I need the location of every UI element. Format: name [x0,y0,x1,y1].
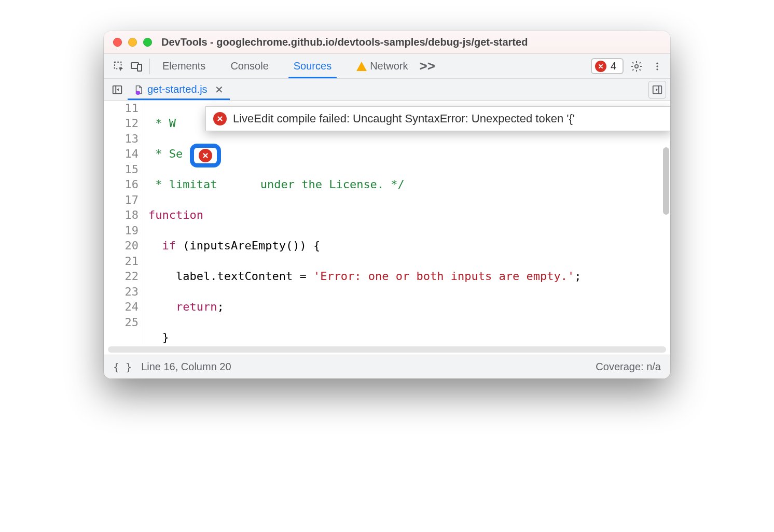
code-text: } [148,331,169,344]
svg-point-6 [656,68,658,70]
warning-icon [356,62,367,71]
line-number[interactable]: 14 [104,146,139,161]
line-number[interactable]: 15 [104,162,139,177]
svg-point-5 [656,65,658,67]
tab-network[interactable]: Network [351,54,413,78]
tab-console[interactable]: Console [225,54,273,78]
error-tooltip: LiveEdit compile failed: Uncaught Syntax… [205,106,670,131]
show-navigator-icon[interactable] [110,82,125,97]
tab-label: Elements [162,60,205,72]
toolbar-right: 4 [591,58,665,74]
minimize-window-button[interactable] [128,38,137,47]
code-text: * Se [148,147,183,160]
line-number[interactable]: 17 [104,192,139,207]
line-number[interactable]: 16 [104,177,139,192]
file-tab-get-started-js[interactable]: get-started.js ✕ [128,79,230,100]
line-number[interactable]: 24 [104,299,139,314]
code-text: label.textContent = [148,270,313,283]
devtools-window: DevTools - googlechrome.github.io/devtoo… [104,31,670,379]
line-number[interactable]: 18 [104,207,139,222]
coverage-status: Coverage: n/a [596,361,661,373]
line-number[interactable]: 13 [104,131,139,146]
code-text [148,300,176,313]
code-text: return [176,300,217,313]
editor-area: 11 12 13 14 15 16 17 18 19 20 21 22 23 2… [104,101,670,344]
more-tabs-button[interactable]: >> [420,58,435,74]
code-text: if [162,239,176,252]
svg-rect-2 [137,64,142,71]
inline-error-highlight [190,144,221,167]
line-number[interactable]: 20 [104,238,139,253]
line-number[interactable]: 23 [104,284,139,299]
traffic-lights [113,38,152,47]
tab-label: Console [230,60,268,72]
file-tab-label: get-started.js [147,83,208,95]
line-number[interactable]: 21 [104,254,139,269]
svg-point-4 [656,62,658,64]
show-debugger-icon[interactable] [648,81,666,99]
svg-point-3 [635,64,638,67]
main-toolbar: Elements Console Sources Network >> 4 [104,54,670,79]
horizontal-scrollbar[interactable] [104,344,670,355]
error-count-badge[interactable]: 4 [591,58,624,74]
code-text: * limitat [148,178,217,191]
close-tab-icon[interactable]: ✕ [215,83,224,96]
tab-label: Sources [294,60,331,72]
line-gutter[interactable]: 11 12 13 14 15 16 17 18 19 20 21 22 23 2… [104,101,145,344]
cursor-position: Line 16, Column 20 [141,361,231,373]
line-number[interactable]: 19 [104,223,139,238]
window-title: DevTools - googlechrome.github.io/devtoo… [161,36,528,48]
vertical-scrollbar[interactable] [663,147,669,215]
titlebar: DevTools - googlechrome.github.io/devtoo… [104,31,670,54]
error-icon [595,61,606,72]
code-text: (inputsAreEmpty()) { [176,239,320,252]
file-tabbar: get-started.js ✕ [104,79,670,101]
error-icon [213,112,227,125]
code-text: function [148,208,203,221]
tab-sources[interactable]: Sources [288,54,337,78]
code-content[interactable]: * W * Se * limitat under the License. */… [145,101,670,344]
tab-elements[interactable]: Elements [157,54,211,78]
select-element-icon[interactable] [111,59,127,74]
error-count: 4 [611,60,616,72]
statusbar: { } Line 16, Column 20 Coverage: n/a [104,355,670,379]
modified-indicator-icon [136,91,140,95]
close-window-button[interactable] [113,38,122,47]
panel-tabs: Elements Console Sources Network [157,54,413,78]
line-number[interactable]: 12 [104,116,139,131]
code-text [148,239,162,252]
more-options-icon[interactable] [649,59,665,74]
tab-label: Network [370,60,408,72]
error-tooltip-message: LiveEdit compile failed: Uncaught Syntax… [233,112,575,125]
line-number[interactable]: 11 [104,101,139,116]
code-text: under the License. */ [253,178,404,191]
line-number[interactable]: 25 [104,315,139,330]
separator [149,59,150,74]
fullscreen-window-button[interactable] [143,38,152,47]
scrollbar-thumb[interactable] [108,346,666,353]
pretty-print-button[interactable]: { } [113,361,132,373]
device-toolbar-icon[interactable] [129,59,144,74]
settings-icon[interactable] [629,59,644,74]
code-text: ; [574,270,581,283]
code-text: ; [217,300,224,313]
error-icon[interactable] [199,149,212,162]
code-text [203,208,217,221]
code-text: 'Error: one or both inputs are empty.' [313,270,574,283]
code-text: * W [148,117,176,130]
line-number[interactable]: 22 [104,269,139,284]
